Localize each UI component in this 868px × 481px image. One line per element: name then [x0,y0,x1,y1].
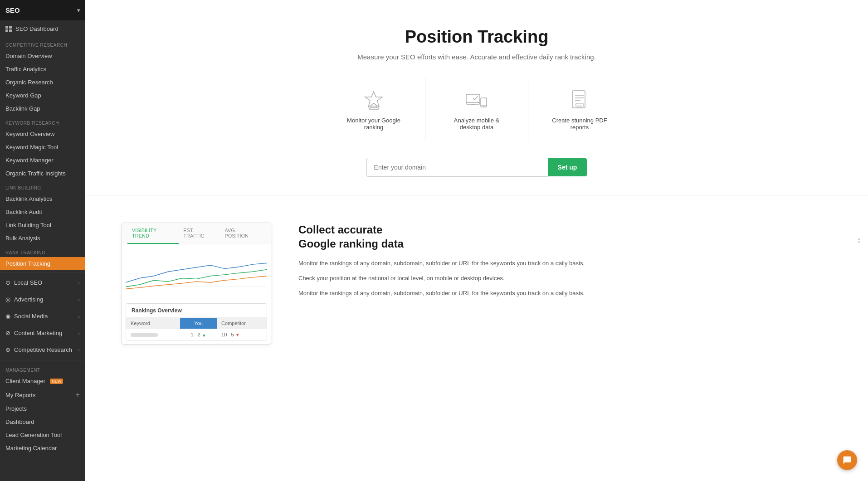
rankings-table: Keyword You Competitor 1 [126,318,267,340]
chat-button[interactable] [837,450,857,470]
sidebar-item-client-manager[interactable]: Client Manager NEW [0,374,85,388]
tab-est-traffic[interactable]: EST. TRAFFIC [179,223,220,244]
sidebar-item-keyword-overview[interactable]: Keyword Overview [0,127,85,141]
sidebar-item-lead-generation-tool[interactable]: Lead Generation Tool [0,428,85,442]
sidebar-item-domain-overview[interactable]: Domain Overview [0,49,85,63]
down-arrow-icon: ▼ [235,332,240,337]
competitive-research-nav-arrow: › [78,347,80,353]
keyword-bar [131,333,158,337]
info-paragraph-3: Monitor the rankings of any domain, subd… [298,289,832,298]
trophy-icon [361,88,386,112]
scroll-indicator [858,238,860,243]
section-label-management: MANAGEMENT [0,362,85,374]
sidebar-item-dashboard[interactable]: Dashboard [0,415,85,428]
info-title-line1: Collect accurate [298,223,382,236]
app-chevron: ▾ [77,7,80,14]
sidebar-item-organic-research[interactable]: Organic Research [0,76,85,89]
hero-section: Position Tracking Measure your SEO effor… [85,0,868,195]
svg-point-7 [483,106,484,107]
rankings-table-container: Rankings Overview Keyword You Competitor [126,303,267,340]
social-media-icon: ◉ [5,313,10,320]
sidebar-item-backlink-analytics[interactable]: Backlink Analytics [0,192,85,205]
sidebar-item-link-building-tool[interactable]: Link Building Tool [0,219,85,232]
sidebar-item-bulk-analysis[interactable]: Bulk Analysis [0,232,85,245]
svg-text:PDF: PDF [577,104,582,107]
domain-input-row: Set up [103,158,850,177]
app-title: SEO [5,6,20,14]
social-media-arrow: › [78,314,80,319]
sidebar-item-seo-dashboard[interactable]: SEO Dashboard [0,20,85,37]
tab-avg-position[interactable]: AVG. POSITION [220,223,265,244]
local-seo-label: Local SEO [14,279,42,286]
setup-button[interactable]: Set up [548,158,587,176]
new-badge: NEW [50,379,63,384]
content-marketing-arrow: › [78,330,80,336]
sidebar-item-content-marketing[interactable]: ⊘ Content Marketing › [0,325,85,341]
page-title: Position Tracking [103,27,850,47]
app-header[interactable]: SEO ▾ [0,0,85,20]
chart-tabs: VISIBILITY TREND EST. TRAFFIC AVG. POSIT… [122,223,271,244]
sidebar-item-organic-traffic-insights[interactable]: Organic Traffic Insights [0,167,85,180]
col-keyword: Keyword [126,318,180,329]
monitor-ranking-label: Monitor your Google ranking [344,117,403,131]
sidebar: SEO ▾ SEO Dashboard COMPETITIVE RESEARCH… [0,0,85,481]
mobile-desktop-icon [464,88,489,112]
competitive-research-nav-label: Competitive Research [14,346,72,353]
domain-input[interactable] [366,158,548,177]
features-row: Monitor your Google ranking Analyze mobi [103,77,850,141]
info-paragraph-1: Monitor the rankings of any domain, subd… [298,259,832,268]
sidebar-item-social-media[interactable]: ◉ Social Media › [0,308,85,325]
section-label-link-building: LINK BUILDING [0,180,85,192]
page-subtitle: Measure your SEO efforts with ease. Accu… [103,53,850,61]
section-label-keyword-research: KEYWORD RESEARCH [0,115,85,127]
you-value-cell: 1 2 ▲ [180,329,217,340]
seo-dashboard-label: SEO Dashboard [15,25,59,32]
rank-number: 1 [190,332,193,337]
grid-icon [5,26,12,32]
sidebar-item-backlink-audit[interactable]: Backlink Audit [0,205,85,219]
advertising-arrow: › [78,297,80,302]
sidebar-item-position-tracking[interactable]: Position Tracking [0,257,85,270]
table-row: 1 2 ▲ 10 5 ▼ [126,329,267,340]
scroll-dot [858,241,860,243]
sidebar-item-keyword-gap[interactable]: Keyword Gap [0,89,85,102]
sidebar-item-projects[interactable]: Projects [0,402,85,415]
sidebar-item-keyword-magic-tool[interactable]: Keyword Magic Tool [0,141,85,154]
info-paragraph-2: Check your position at the national or l… [298,274,832,283]
main-content: Position Tracking Measure your SEO effor… [85,0,868,481]
rankings-title: Rankings Overview [126,304,267,318]
sidebar-item-local-seo[interactable]: ⊙ Local SEO › [0,274,85,291]
info-section: VISIBILITY TREND EST. TRAFFIC AVG. POSIT… [85,195,868,372]
svg-rect-5 [481,98,487,107]
add-report-icon[interactable]: + [76,391,80,399]
up-arrow-icon: ▲ [202,332,206,337]
keyword-cell [126,329,180,340]
feature-analyze-mobile: Analyze mobile & desktop data [425,77,528,141]
svg-rect-1 [369,108,378,109]
section-label-competitive-research: COMPETITIVE RESEARCH [0,37,85,49]
scroll-dot [858,238,860,240]
info-title: Collect accurate Google ranking data [298,223,832,251]
sidebar-item-backlink-gap[interactable]: Backlink Gap [0,102,85,115]
competitive-research-icon: ⊕ [5,346,10,353]
info-title-line2: Google ranking data [298,238,404,250]
section-label-rank-tracking: RANK TRACKING [0,245,85,257]
social-media-label: Social Media [14,313,48,320]
sidebar-item-competitive-research-nav[interactable]: ⊕ Competitive Research › [0,341,85,358]
sidebar-item-advertising[interactable]: ◎ Advertising › [0,291,85,308]
info-text: Collect accurate Google ranking data Mon… [298,223,832,304]
sidebar-item-my-reports[interactable]: My Reports + [0,388,85,402]
sidebar-item-marketing-calendar[interactable]: Marketing Calendar [0,442,85,455]
feature-create-pdf: PDF Create stunning PDF reports [528,77,631,141]
competitor-cell: 10 5 ▼ [217,329,267,340]
sidebar-item-traffic-analytics[interactable]: Traffic Analytics [0,63,85,76]
tab-visibility-trend[interactable]: VISIBILITY TREND [127,223,179,244]
content-marketing-label: Content Marketing [14,330,62,336]
analyze-mobile-label: Analyze mobile & desktop data [447,117,506,131]
create-pdf-label: Create stunning PDF reports [550,117,609,131]
chart-area [122,244,271,303]
col-you: You [180,318,217,329]
sidebar-item-keyword-manager[interactable]: Keyword Manager [0,154,85,167]
chart-mockup: VISIBILITY TREND EST. TRAFFIC AVG. POSIT… [122,223,271,345]
col-competitor: Competitor [217,318,267,329]
